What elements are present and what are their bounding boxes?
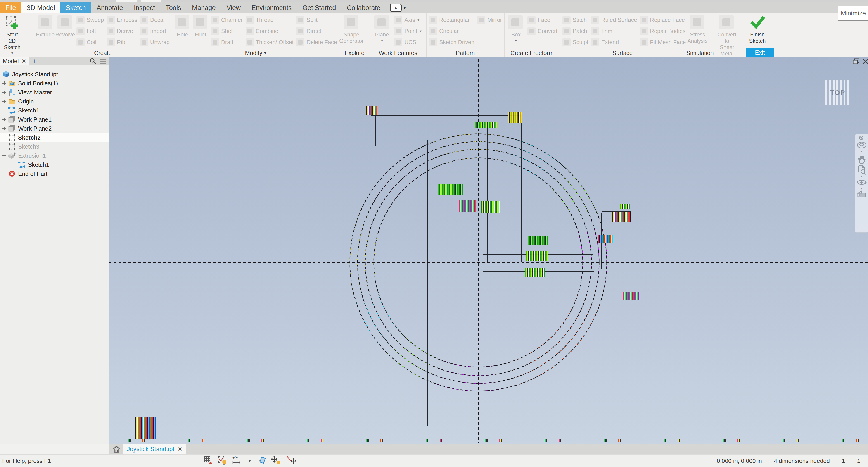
navigation-wheel-icon[interactable]	[855, 141, 868, 150]
sweep-button[interactable]: Sweep	[76, 14, 104, 26]
face-button[interactable]: Face	[527, 14, 557, 26]
rib-button[interactable]: Rib	[107, 37, 137, 48]
start-2d-sketch-button[interactable]: Start 2D Sketch▾	[1, 14, 23, 55]
draft-button[interactable]: Draft	[211, 37, 243, 48]
look-at-icon[interactable]	[855, 190, 868, 198]
menu-tab-file[interactable]: File	[0, 2, 22, 13]
menu-tab-view[interactable]: View	[221, 2, 246, 13]
sketch-driven-button[interactable]: Sketch Driven	[429, 37, 474, 48]
filter-menu-icon[interactable]	[99, 58, 106, 64]
delete-face-button[interactable]: Delete Face	[296, 37, 337, 48]
tree-item-work-plane1[interactable]: Work Plane1	[0, 115, 108, 124]
menu-tab-inspect[interactable]: Inspect	[128, 2, 161, 13]
zoom-window-icon[interactable]	[855, 165, 868, 175]
tree-item-extrusion1[interactable]: Extrusion1	[0, 151, 108, 160]
fillet-button[interactable]: Fillet	[191, 14, 210, 38]
combine-button[interactable]: Combine	[246, 26, 294, 37]
move-lamp-toggle[interactable]	[271, 456, 281, 466]
plane-button[interactable]: Plane▾	[371, 14, 393, 43]
tree-item-solid-bodies-1[interactable]: Solid Bodies(1)	[0, 79, 108, 88]
chevron-down-icon[interactable]: ▾	[861, 175, 862, 178]
expand-icon[interactable]	[2, 81, 7, 86]
viewcube[interactable]: TOP	[825, 80, 850, 106]
stitch-button[interactable]: Stitch	[562, 14, 588, 26]
search-icon[interactable]	[90, 58, 96, 64]
patch-button[interactable]: Patch	[562, 26, 588, 37]
menu-tab-collaborate[interactable]: Collaborate	[341, 2, 386, 13]
close-icon[interactable]	[855, 135, 868, 141]
rectangular-button[interactable]: Rectangular	[429, 14, 474, 26]
expand-icon[interactable]	[2, 126, 7, 131]
tree-item-sketch1[interactable]: Sketch1	[0, 106, 108, 115]
hole-button[interactable]: Hole	[173, 14, 191, 38]
fit-mesh-face-button[interactable]: Fit Mesh Face	[640, 37, 686, 48]
mirror-button[interactable]: Mirror	[477, 14, 502, 26]
loft-button[interactable]: Loft	[76, 26, 104, 37]
chevron-down-icon[interactable]: ▾	[861, 150, 862, 153]
decal-button[interactable]: Decal	[140, 14, 169, 26]
extend-button[interactable]: Extend	[591, 37, 637, 48]
pan-hand-icon[interactable]	[855, 155, 868, 165]
menu-tab-get-started[interactable]: Get Started	[297, 2, 341, 13]
menu-tab-environments[interactable]: Environments	[246, 2, 297, 13]
ribbon-display-options-button[interactable]: ▲▾	[390, 2, 406, 13]
document-tab[interactable]: Joystick Stand.ipt ✕	[123, 444, 186, 456]
expand-icon[interactable]	[2, 90, 7, 95]
sculpt-button[interactable]: Sculpt	[562, 37, 588, 48]
point-button[interactable]: Point▾	[394, 26, 422, 37]
orbit-icon[interactable]	[855, 178, 868, 187]
derive-button[interactable]: Derive	[107, 26, 137, 37]
split-button[interactable]: Split	[296, 14, 337, 26]
ribbon-panel-label-modify[interactable]: Modify▾	[172, 49, 339, 57]
menu-tab-sketch[interactable]: Sketch	[60, 2, 91, 13]
sketch-visibility-toggle[interactable]	[218, 456, 227, 466]
tree-item-joystick-stand-ipt[interactable]: Joystick Stand.ipt	[0, 70, 108, 79]
convert-button[interactable]: Convert	[527, 26, 557, 37]
tree-item-sketch1[interactable]: Sketch1	[0, 160, 108, 169]
ruled-surface-button[interactable]: Ruled Surface	[591, 14, 637, 26]
home-view-button[interactable]	[110, 444, 123, 454]
tree-item-sketch2[interactable]: Sketch2	[0, 133, 108, 142]
direct-button[interactable]: Direct	[296, 26, 337, 37]
tree-item-end-of-part[interactable]: End of Part	[0, 169, 108, 178]
repair-bodies-button[interactable]: Repair Bodies	[640, 26, 686, 37]
shape-generator-button[interactable]: Shape Generator	[341, 14, 362, 44]
ucs-button[interactable]: UCS	[394, 37, 422, 48]
restore-window-icon[interactable]	[852, 58, 859, 64]
expand-icon[interactable]	[2, 99, 7, 104]
emboss-button[interactable]: Emboss	[107, 14, 137, 26]
expand-icon[interactable]	[2, 117, 7, 122]
thicken-offset-button[interactable]: Thicken/ Offset	[246, 37, 294, 48]
axis-button[interactable]: Axis▾	[394, 14, 422, 26]
tree-item-sketch3[interactable]: Sketch3	[0, 142, 108, 151]
convert-to-sheet-metal-button[interactable]: Convert to Sheet Metal	[716, 14, 738, 57]
revolve-button[interactable]: Revolve	[55, 14, 75, 38]
extrude-button[interactable]: Extrude	[35, 14, 55, 38]
replace-face-button[interactable]: Replace Face	[640, 14, 686, 26]
tree-item-origin[interactable]: Origin	[0, 97, 108, 106]
trim-button[interactable]: Trim	[591, 26, 637, 37]
relax-mode-toggle[interactable]	[286, 456, 297, 466]
import-button[interactable]: Import	[140, 26, 169, 37]
menu-tab-annotate[interactable]: Annotate	[91, 2, 128, 13]
unwrap-button[interactable]: Unwrap	[140, 37, 169, 48]
snap-to-grid-toggle[interactable]	[204, 456, 213, 466]
menu-tab-3d-model[interactable]: 3D Model	[22, 2, 60, 13]
viewport-canvas[interactable]: TOP ▾▾▾	[108, 57, 868, 444]
slice-graphics-toggle[interactable]	[256, 456, 266, 466]
tab-model[interactable]: Model ✕	[0, 57, 29, 65]
circular-button[interactable]: Circular	[429, 26, 474, 37]
dimension-display-toggle[interactable]: +/−	[232, 456, 244, 466]
shell-button[interactable]: Shell	[211, 26, 243, 37]
close-window-icon[interactable]	[863, 58, 868, 64]
tree-item-work-plane2[interactable]: Work Plane2	[0, 124, 108, 133]
collapse-icon[interactable]	[2, 153, 7, 158]
tree-item-view-master[interactable]: View: Master	[0, 88, 108, 97]
box-button[interactable]: Box▾	[506, 14, 526, 43]
close-icon[interactable]: ✕	[178, 446, 183, 453]
add-tab-button[interactable]: +	[32, 57, 36, 65]
chevron-down-icon[interactable]: ▾	[861, 187, 862, 190]
menu-tab-manage[interactable]: Manage	[187, 2, 221, 13]
thread-button[interactable]: Thread	[246, 14, 294, 26]
chevron-down-icon[interactable]: ▾	[249, 459, 251, 463]
